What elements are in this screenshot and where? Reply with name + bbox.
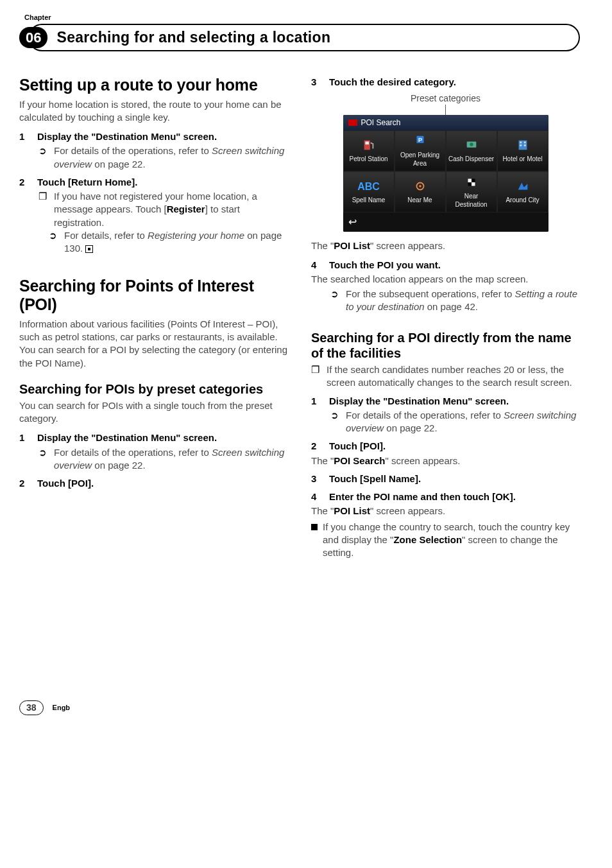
- step-number: 3: [311, 473, 320, 485]
- subsection-preset-title: Searching for POIs by preset categories: [19, 381, 288, 397]
- step-text: Touch [POI].: [37, 477, 288, 490]
- poi-label: Spell Name: [352, 196, 386, 205]
- step-text: Touch [Spell Name].: [329, 473, 580, 485]
- svg-point-5: [470, 143, 473, 147]
- step-2-crossref: ➲ For details, refer to Registering your…: [49, 229, 288, 256]
- poi-label: Near Me: [407, 196, 432, 205]
- svg-rect-7: [520, 142, 522, 144]
- page-footer: 38 Engb: [19, 700, 580, 715]
- spell-step-2: 2 Touch [POI].: [311, 440, 580, 453]
- poi-label: Petrol Station: [349, 155, 387, 164]
- spell-name-note: ❐ If the search candidates number reache…: [311, 363, 580, 390]
- bullet-text: If you change the country to search, tou…: [323, 521, 580, 560]
- screenshot-titlebar: POI Search: [343, 115, 548, 130]
- svg-rect-10: [523, 145, 525, 147]
- step-text: Touch [Return Home].: [37, 176, 288, 189]
- poi-button-around-city[interactable]: Around City: [497, 171, 548, 213]
- svg-rect-13: [468, 178, 472, 182]
- hotel-icon: [514, 138, 532, 152]
- note-icon: ❐: [311, 363, 321, 390]
- svg-rect-15: [468, 182, 472, 186]
- step-number: 4: [311, 259, 320, 272]
- crossref-icon: ➲: [330, 409, 341, 435]
- svg-marker-17: [518, 183, 527, 190]
- crossref-icon: ➲: [38, 144, 49, 171]
- step-number: 1: [311, 395, 320, 408]
- language-code: Engb: [53, 703, 71, 713]
- chapter-label: Chapter: [24, 13, 580, 22]
- preset-step-3: 3 Touch the desired category.: [311, 76, 580, 89]
- back-icon[interactable]: ↩: [348, 216, 357, 227]
- note-icon: ❐: [38, 190, 49, 229]
- preset-step-4-crossref: ➲ For the subsequent operations, refer t…: [330, 288, 580, 314]
- poi-category-hotel[interactable]: Hotel or Motel: [497, 130, 548, 171]
- step-text: Enter the POI name and then touch [OK].: [329, 490, 580, 503]
- step-number: 1: [19, 130, 28, 143]
- poi-category-parking[interactable]: P Open Parking Area: [395, 130, 446, 171]
- flag-icon: [348, 119, 357, 126]
- poi-label: Cash Dispenser: [448, 155, 494, 164]
- crossref-icon: ➲: [38, 446, 49, 473]
- poi-label: Open Parking Area: [396, 151, 444, 168]
- preset-step-4-body: The searched location appears on the map…: [311, 273, 580, 286]
- preset-step-1: 1 Display the "Destination Menu" screen.: [19, 431, 288, 444]
- page-number: 38: [19, 700, 44, 715]
- step-number: 4: [311, 490, 320, 503]
- poi-button-spell-name[interactable]: ABC Spell Name: [343, 171, 395, 213]
- step-text: Display the "Destination Menu" screen.: [329, 395, 580, 408]
- svg-rect-1: [365, 142, 369, 145]
- crossref-text: For the subsequent operations, refer to …: [346, 288, 580, 314]
- poi-button-near-me[interactable]: Near Me: [395, 171, 446, 213]
- spell-step-4: 4 Enter the POI name and then touch [OK]…: [311, 490, 580, 503]
- step-2-note: ❐ If you have not registered your home l…: [38, 190, 288, 229]
- preset-step-1-crossref: ➲ For details of the operations, refer t…: [38, 446, 288, 473]
- leader-line: [445, 105, 446, 115]
- step-1-crossref: ➲ For details of the operations, refer t…: [38, 144, 288, 171]
- crossref-icon: ➲: [330, 288, 341, 314]
- near-me-icon: [411, 179, 429, 193]
- note-text: If the search candidates number reaches …: [327, 363, 580, 390]
- spell-step-4-body: The "POI List" screen appears.: [311, 505, 580, 517]
- around-city-icon: [514, 179, 532, 193]
- step-number: 2: [311, 440, 320, 453]
- preset-step-2: 2 Touch [POI].: [19, 477, 288, 490]
- poi-list-appears-text: The "POI List" screen appears.: [311, 239, 580, 252]
- abc-icon: ABC: [357, 180, 380, 194]
- crossref-text: For details of the operations, refer to …: [54, 144, 288, 171]
- step-number: 2: [19, 477, 28, 490]
- cash-icon: [463, 138, 480, 152]
- step-number: 1: [19, 431, 28, 444]
- subsection-spell-name-title: Searching for a POI directly from the na…: [311, 330, 580, 361]
- preset-step-4: 4 Touch the POI you want.: [311, 259, 580, 272]
- route-home-step-2: 2 Touch [Return Home].: [19, 176, 288, 189]
- square-bullet-icon: [311, 524, 318, 530]
- step-text: Touch the desired category.: [329, 76, 580, 89]
- svg-text:P: P: [418, 137, 421, 143]
- section-route-home-title: Setting up a route to your home: [19, 76, 288, 94]
- svg-rect-14: [472, 178, 475, 182]
- spell-step-4-bullet: If you change the country to search, tou…: [311, 521, 580, 560]
- spell-step-3: 3 Touch [Spell Name].: [311, 473, 580, 485]
- crossref-icon: ➲: [49, 229, 59, 256]
- poi-category-cash[interactable]: Cash Dispenser: [446, 130, 497, 171]
- poi-label: Near Destination: [448, 192, 495, 209]
- right-column: 3 Touch the desired category. Preset cat…: [311, 71, 580, 559]
- poi-button-near-dest[interactable]: Near Destination: [446, 171, 497, 213]
- step-text: Display the "Destination Menu" screen.: [37, 431, 288, 444]
- step-text: Display the "Destination Menu" screen.: [37, 130, 288, 143]
- note-text: If you have not registered your home loc…: [54, 190, 288, 229]
- subsection-preset-intro: You can search for POIs with a single to…: [19, 399, 288, 426]
- spell-step-1: 1 Display the "Destination Menu" screen.: [311, 395, 580, 408]
- step-number: 2: [19, 176, 28, 189]
- crossref-text: For details of the operations, refer to …: [54, 446, 288, 473]
- poi-label: Around City: [506, 196, 539, 205]
- left-column: Setting up a route to your home If your …: [19, 71, 288, 559]
- parking-icon: P: [411, 134, 429, 148]
- svg-rect-8: [523, 142, 525, 144]
- section-poi-intro: Information about various facilities (Po…: [19, 318, 288, 370]
- poi-category-petrol[interactable]: Petrol Station: [343, 130, 395, 171]
- screenshot-footer: ↩: [343, 213, 548, 232]
- step-number: 3: [311, 76, 320, 89]
- end-of-section-icon: [85, 245, 93, 253]
- route-home-step-1: 1 Display the "Destination Menu" screen.: [19, 130, 288, 143]
